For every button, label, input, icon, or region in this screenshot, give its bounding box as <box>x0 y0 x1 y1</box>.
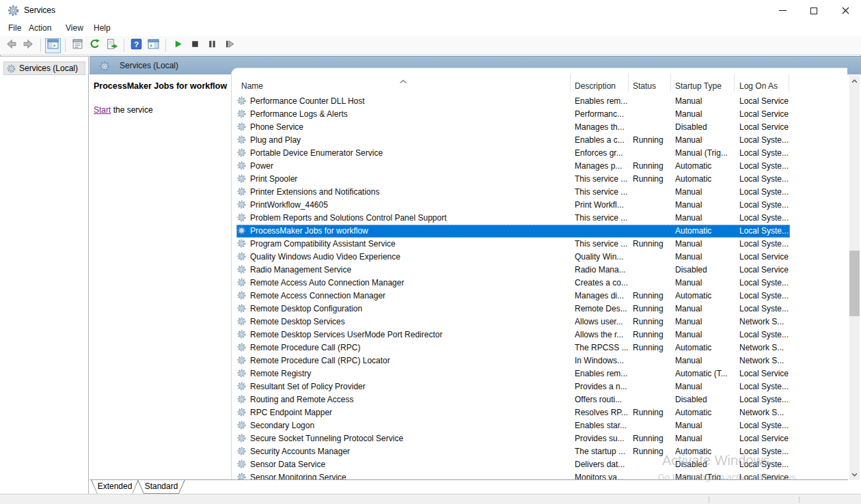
forward-arrow-button[interactable] <box>20 38 36 53</box>
service-row[interactable]: Remote RegistryEnables rem...Automatic (… <box>232 367 847 380</box>
service-row[interactable]: Remote Access Auto Connection ManagerCre… <box>232 277 847 290</box>
menu-bar: FileActionViewHelp <box>0 21 861 36</box>
console-tree-icon <box>47 38 59 53</box>
action-pane-button[interactable] <box>146 38 161 53</box>
restart-service-button[interactable] <box>221 38 237 53</box>
service-name-cell: Radio Management Service <box>236 264 570 277</box>
maximize-button[interactable] <box>798 0 830 21</box>
pane-header-title: Services (Local) <box>120 61 178 70</box>
service-row[interactable]: Problem Reports and Solutions Control Pa… <box>232 212 847 225</box>
chevron-down-icon <box>851 473 858 477</box>
service-row[interactable]: Printer Extensions and NotificationsThis… <box>232 186 847 199</box>
service-row[interactable]: PrintWorkflow_44605Print Workfl...Manual… <box>232 199 847 212</box>
vertical-scrollbar[interactable] <box>849 75 860 480</box>
service-row[interactable]: RPC Endpoint MapperResolves RP...Running… <box>232 406 847 419</box>
tree-item-label: Services (Local) <box>19 64 78 73</box>
column-header-startup-type[interactable]: Startup Type <box>675 81 722 91</box>
service-row[interactable]: Remote Procedure Call (RPC) LocatorIn Wi… <box>232 354 847 367</box>
service-row[interactable]: Remote Access Connection ManagerManages … <box>232 290 847 303</box>
service-row[interactable]: Secondary LogonEnables star...ManualLoca… <box>232 419 847 432</box>
service-row[interactable]: Performance Logs & AlertsPerformanc...Ma… <box>232 108 847 121</box>
service-row[interactable]: ProcessMaker Jobs for workflowAutomaticL… <box>232 225 847 238</box>
column-header-status[interactable]: Status <box>633 81 656 91</box>
services-list-panel: NameDescriptionStatusStartup TypeLog On … <box>231 68 847 480</box>
service-row[interactable]: Remote Desktop ServicesAllows user...Run… <box>232 316 847 328</box>
minimize-button[interactable] <box>767 0 798 21</box>
tab-standard[interactable]: Standard <box>137 480 185 494</box>
service-logon-cell: Local Syste... <box>739 173 793 186</box>
service-row[interactable]: Phone ServiceManages th...DisabledLocal … <box>232 121 847 134</box>
service-startup-type-cell: Disabled <box>675 393 733 406</box>
service-logon-cell: Local Syste... <box>739 147 793 160</box>
service-logon-cell: Local Syste... <box>739 328 793 341</box>
tree-item-services-local[interactable]: Services (Local) <box>3 61 85 75</box>
service-row[interactable]: Remote Desktop ConfigurationRemote Des..… <box>232 303 847 316</box>
service-row[interactable]: Routing and Remote AccessOffers routi...… <box>232 393 847 406</box>
services-pane: Services (Local) ProcessMaker Jobs for w… <box>90 56 861 494</box>
console-tree-button[interactable] <box>45 38 61 53</box>
service-row[interactable]: PowerManages p...RunningAutomaticLocal S… <box>232 160 847 173</box>
service-row[interactable]: Radio Management ServiceRadio Mana...Dis… <box>232 264 847 277</box>
service-row[interactable]: Quality Windows Audio Video ExperienceQu… <box>232 251 847 264</box>
back-arrow-button[interactable] <box>3 38 19 53</box>
service-row[interactable]: Secure Socket Tunneling Protocol Service… <box>232 432 847 445</box>
service-name-cell: Performance Counter DLL Host <box>236 95 570 108</box>
stop-service-button[interactable] <box>187 38 203 53</box>
service-status-cell: Running <box>633 173 674 186</box>
menu-help[interactable]: Help <box>94 23 111 33</box>
toolbar-separator <box>124 39 124 52</box>
tab-extended[interactable]: Extended <box>91 480 139 494</box>
service-description-cell: Enables star... <box>575 419 633 432</box>
service-row[interactable]: Program Compatibility Assistant ServiceT… <box>232 238 847 251</box>
service-startup-type-cell: Manual <box>675 108 733 121</box>
service-name-cell: Program Compatibility Assistant Service <box>236 238 570 251</box>
window-title: Services <box>24 5 55 15</box>
pause-service-button[interactable] <box>204 38 220 53</box>
service-status-cell: Running <box>633 160 674 173</box>
service-row[interactable]: Print SpoolerThis service ...RunningAuto… <box>232 173 847 186</box>
export-list-button[interactable] <box>104 38 120 53</box>
service-row[interactable]: Remote Desktop Services UserMode Port Re… <box>232 328 847 341</box>
scroll-down-button[interactable] <box>849 468 860 480</box>
service-status-cell <box>633 212 674 225</box>
service-description-cell: Performanc... <box>575 108 633 121</box>
service-logon-cell: Local Service <box>739 367 793 380</box>
service-logon-cell: Local Syste... <box>739 238 793 251</box>
service-description-cell: Offers routi... <box>575 393 633 406</box>
column-header-description[interactable]: Description <box>575 81 616 91</box>
properties-button[interactable] <box>70 38 85 53</box>
menu-action[interactable]: Action <box>29 23 51 33</box>
service-description-cell <box>575 225 633 238</box>
service-row[interactable]: Remote Procedure Call (RPC)The RPCSS ...… <box>232 341 847 354</box>
service-status-cell <box>633 121 674 134</box>
service-startup-type-cell: Manual <box>675 380 733 393</box>
gear-icon <box>237 96 246 105</box>
start-service-link[interactable]: Start <box>94 105 111 115</box>
service-row[interactable]: Plug and PlayEnables a c...RunningManual… <box>232 134 847 147</box>
start-service-button[interactable] <box>170 38 186 53</box>
service-name-cell: Remote Procedure Call (RPC) Locator <box>236 354 570 367</box>
service-row[interactable]: Resultant Set of Policy ProviderProvides… <box>232 380 847 393</box>
column-header-name[interactable]: Name <box>241 81 263 91</box>
gear-icon <box>237 317 246 326</box>
menu-view[interactable]: View <box>66 23 83 33</box>
services-gear-icon <box>8 5 19 16</box>
help-button[interactable]: ? <box>128 38 144 53</box>
service-status-cell: Running <box>633 328 674 341</box>
scrollbar-thumb[interactable] <box>849 251 860 316</box>
toolbar-separator <box>65 39 66 52</box>
service-description-cell: This service ... <box>575 186 633 199</box>
service-name-cell: Phone Service <box>236 121 570 134</box>
service-logon-cell: Network S... <box>739 406 793 419</box>
scroll-up-button[interactable] <box>849 75 860 87</box>
service-row[interactable]: Portable Device Enumerator ServiceEnforc… <box>232 147 847 160</box>
service-row[interactable]: Performance Counter DLL HostEnables rem.… <box>232 95 847 108</box>
column-header-log-on-as[interactable]: Log On As <box>739 81 778 91</box>
refresh-button[interactable] <box>87 38 102 53</box>
service-startup-type-cell: Manual <box>675 432 733 445</box>
service-name-cell: Power <box>236 160 570 173</box>
menu-file[interactable]: File <box>8 23 21 33</box>
service-logon-cell: Network S... <box>739 341 793 354</box>
gear-icon <box>237 330 246 339</box>
close-button[interactable] <box>830 0 861 21</box>
